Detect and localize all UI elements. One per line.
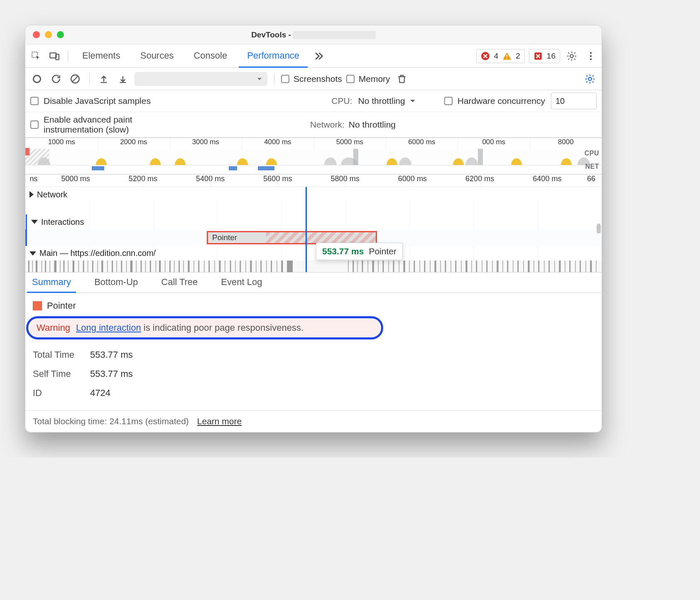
devtools-tabstrip: Elements Sources Console Performance 4 2 [25, 44, 602, 68]
svg-rect-45 [174, 261, 174, 272]
svg-rect-108 [554, 261, 555, 272]
error-icon [481, 52, 490, 61]
interaction-tooltip: 553.77 ms Pointer [316, 243, 403, 260]
svg-rect-67 [287, 261, 293, 272]
svg-rect-86 [440, 261, 441, 272]
reload-record-icon[interactable] [49, 71, 64, 86]
profile-selector[interactable] [135, 72, 267, 86]
svg-rect-18 [45, 261, 46, 272]
svg-rect-99 [507, 261, 508, 272]
clear-icon[interactable] [68, 71, 83, 86]
svg-rect-73 [372, 261, 374, 272]
record-button[interactable] [29, 71, 44, 86]
minimize-window-button[interactable] [45, 31, 52, 38]
maximize-window-button[interactable] [57, 31, 64, 38]
svg-rect-38 [141, 261, 142, 272]
svg-rect-19 [49, 261, 50, 272]
cpu-throttle-select[interactable]: No throttling [358, 96, 416, 106]
svg-rect-113 [580, 261, 581, 272]
enable-paint-checkbox[interactable]: Enable advanced paint instrumentation (s… [30, 115, 132, 135]
self-time-row: Self Time 553.77 ms [33, 364, 594, 384]
svg-rect-42 [159, 261, 161, 272]
details-tab-event-log[interactable]: Event Log [216, 273, 267, 293]
tab-sources[interactable]: Sources [132, 44, 182, 68]
playhead-marker[interactable] [306, 187, 307, 272]
trash-icon[interactable] [394, 71, 409, 86]
device-toolbar-icon[interactable] [47, 49, 62, 64]
issues-icon [534, 52, 543, 61]
svg-rect-102 [523, 261, 524, 272]
svg-rect-60 [250, 261, 252, 272]
interactions-lane[interactable]: Pointer [25, 229, 602, 246]
screenshots-checkbox[interactable]: Screenshots [281, 74, 342, 84]
svg-rect-88 [450, 261, 451, 272]
memory-checkbox[interactable]: Memory [346, 74, 390, 84]
flame-chart[interactable]: ns 5000 ms 5200 ms 5400 ms 5600 ms 5800 … [25, 174, 602, 272]
svg-rect-92 [471, 261, 472, 272]
capture-settings-icon[interactable] [583, 71, 597, 86]
svg-rect-72 [367, 261, 368, 272]
warning-icon [502, 52, 512, 61]
svg-rect-25 [78, 261, 79, 272]
svg-rect-20 [54, 261, 56, 272]
upload-profile-icon[interactable] [96, 71, 111, 86]
close-window-button[interactable] [33, 31, 40, 38]
inspect-element-icon[interactable] [29, 49, 44, 64]
svg-point-7 [570, 54, 573, 58]
net-axis-label: NET [585, 163, 600, 170]
details-tab-call-tree[interactable]: Call Tree [156, 273, 203, 293]
console-errors-badge[interactable]: 4 2 [476, 49, 525, 63]
issues-badge[interactable]: 16 [529, 49, 560, 63]
svg-rect-101 [517, 261, 519, 272]
svg-rect-106 [544, 261, 544, 272]
svg-rect-90 [461, 261, 461, 272]
details-tab-bottom-up[interactable]: Bottom-Up [89, 273, 143, 293]
overview-ticks: 1000 ms 2000 ms 3000 ms 4000 ms 5000 ms … [25, 138, 602, 149]
summary-legend: Pointer [33, 297, 594, 315]
svg-rect-14 [28, 261, 29, 272]
svg-point-8 [590, 52, 592, 54]
more-tabs-icon[interactable] [311, 49, 326, 64]
footer-bar: Total blocking time: 24.11ms (estimated)… [25, 410, 602, 432]
details-tab-summary[interactable]: Summary [27, 273, 76, 293]
hardware-concurrency-checkbox[interactable]: Hardware concurrency [444, 96, 545, 106]
svg-rect-41 [156, 261, 156, 272]
long-interaction-link[interactable]: Long interaction [76, 322, 141, 333]
svg-rect-85 [434, 261, 436, 272]
network-track-header[interactable]: Network [25, 187, 602, 202]
svg-rect-51 [204, 261, 204, 272]
svg-rect-110 [565, 261, 565, 272]
svg-rect-94 [482, 261, 482, 272]
tab-console[interactable]: Console [185, 44, 235, 68]
svg-rect-75 [383, 261, 384, 272]
total-time-row: Total Time 553.77 ms [33, 345, 594, 364]
svg-rect-48 [188, 261, 189, 272]
disable-js-samples-checkbox[interactable]: Disable JavaScript samples [30, 96, 151, 106]
svg-rect-59 [245, 261, 246, 272]
interactions-track-header[interactable]: Interactions [25, 214, 602, 229]
svg-point-12 [588, 77, 592, 81]
svg-rect-78 [399, 261, 399, 272]
vertical-scrollbar[interactable] [597, 224, 601, 234]
hardware-concurrency-input[interactable] [551, 93, 597, 109]
svg-rect-89 [455, 261, 456, 272]
svg-rect-81 [414, 261, 415, 272]
warning-label: Warning [37, 322, 70, 333]
download-profile-icon[interactable] [115, 71, 130, 86]
network-throttle-select[interactable]: No throttling [349, 120, 396, 130]
tab-elements[interactable]: Elements [74, 44, 129, 68]
tab-performance[interactable]: Performance [239, 44, 308, 68]
timeline-overview[interactable]: 1000 ms 2000 ms 3000 ms 4000 ms 5000 ms … [25, 138, 602, 174]
settings-icon[interactable] [564, 49, 579, 64]
svg-rect-46 [179, 261, 180, 272]
svg-rect-114 [585, 261, 586, 272]
svg-rect-62 [260, 261, 262, 272]
network-label: Network: [310, 120, 345, 130]
more-options-icon[interactable] [583, 49, 598, 64]
main-thread-tasks[interactable] [25, 261, 602, 272]
main-thread-track-header[interactable]: Main — https://edition.cnn.com/ [25, 246, 602, 261]
learn-more-link[interactable]: Learn more [197, 416, 242, 426]
svg-rect-58 [240, 261, 241, 272]
svg-rect-5 [507, 58, 507, 59]
svg-rect-103 [528, 261, 529, 272]
